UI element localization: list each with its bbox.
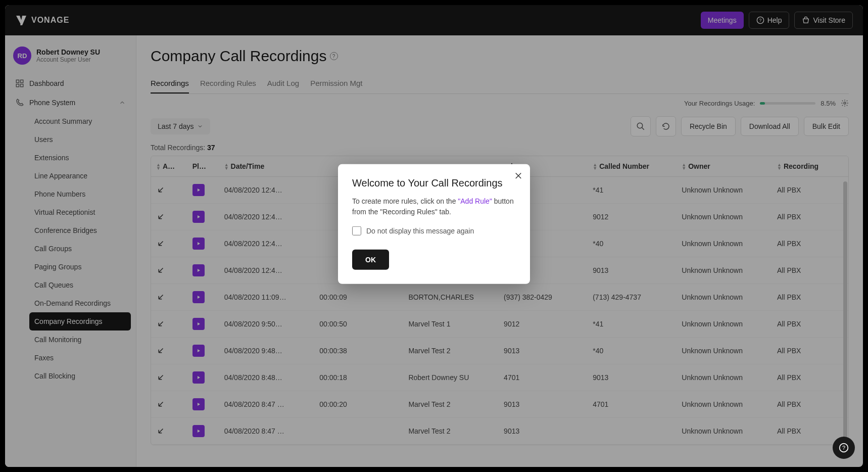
modal-title: Welcome to Your Call Recordings [352,177,516,189]
dont-show-input[interactable] [352,226,361,235]
add-rule-link: "Add Rule" [458,197,492,205]
modal-body: To create more rules, click on the "Add … [352,196,516,217]
svg-text:?: ? [842,445,845,451]
ok-button[interactable]: OK [352,250,389,270]
question-icon: ? [839,443,849,453]
close-button[interactable] [514,171,523,180]
help-fab[interactable]: ? [833,437,855,459]
welcome-modal: Welcome to Your Call Recordings To creat… [338,164,530,284]
dont-show-checkbox[interactable]: Do not display this message again [352,226,516,235]
close-icon [514,171,523,180]
